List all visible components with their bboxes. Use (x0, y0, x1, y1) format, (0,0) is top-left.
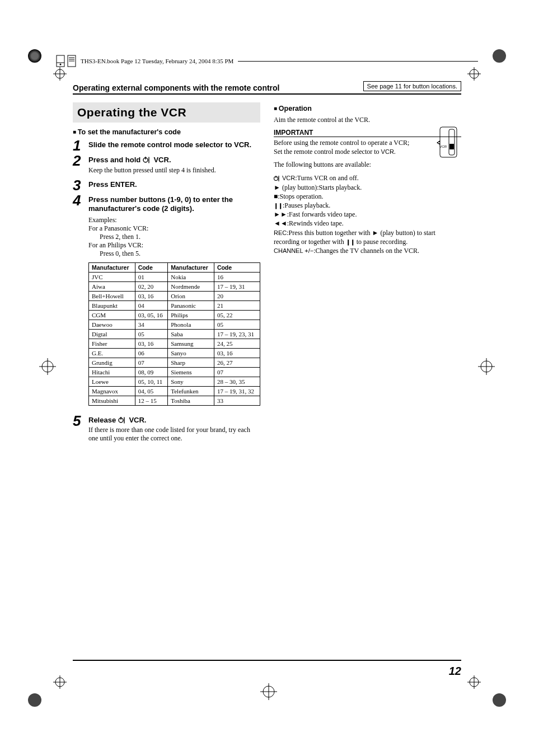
btn-channel: CHANNEL +/−:Changes the TV channels on t… (274, 246, 461, 255)
table-cell: 01 (135, 272, 168, 281)
table-cell: Siemens (168, 367, 214, 377)
registration-mark-tl (53, 67, 67, 81)
step-number: 5 (73, 415, 88, 428)
table-row: Blaupunkt04Panasonic21 (89, 300, 260, 310)
table-cell: 21 (214, 300, 260, 310)
step-2: 2 Press and hold VCR. Keep the button pr… (73, 154, 260, 176)
table-cell: Nokia (168, 272, 214, 281)
table-cell: 07 (214, 367, 260, 377)
table-cell: Grundig (89, 358, 135, 367)
registration-mark-tr (467, 67, 481, 81)
mode-selector-illustration: VCR (435, 126, 461, 158)
btn-ff: ►►:Fast forwards video tape. (274, 210, 461, 219)
table-cell: CGM (89, 310, 135, 320)
table-cell: Daewoo (89, 320, 135, 329)
step-3: 3 Press ENTER. (73, 179, 260, 192)
table-cell: 17 – 19, 31, 32 (214, 386, 260, 396)
table-cell: Bell+Howell (89, 291, 135, 300)
table-cell: 33 (214, 396, 260, 405)
table-cell: Telefunken (168, 386, 214, 396)
table-cell: 17 – 19, 31 (214, 281, 260, 291)
header-note-box: See page 11 for button locations. (363, 81, 461, 91)
svg-rect-43 (449, 129, 455, 155)
table-cell: Aiwa (89, 281, 135, 291)
button-list: VCR:Turns VCR on and off. ► (play button… (274, 173, 461, 255)
framemaker-book-line: THS3-EN.book Page 12 Tuesday, February 2… (56, 55, 478, 67)
col-header: Code (135, 262, 168, 272)
table-cell: Blaupunkt (89, 300, 135, 310)
col-header: Manufac­turer (168, 262, 214, 272)
table-cell: 17 – 19, 23, 31 (214, 329, 260, 339)
table-cell: Samsung (168, 339, 214, 348)
step-5-title: Release VCR. (88, 416, 260, 425)
table-cell: 04, 05 (135, 386, 168, 396)
step-2-title: Press and hold VCR. (88, 156, 260, 165)
table-cell: Philips (168, 310, 214, 320)
following-text: The following buttons are available: (274, 161, 461, 169)
table-cell: 03, 16 (135, 339, 168, 348)
btn-rew: ◄◄:Rewinds video tape. (274, 219, 461, 228)
step-1-title: Slide the remote control mode selector t… (88, 140, 260, 149)
table-row: Digtal05Saba17 – 19, 23, 31 (89, 329, 260, 339)
step-number: 3 (73, 179, 88, 192)
table-cell: 05 (135, 329, 168, 339)
book-line-text: THS3-EN.book Page 12 Tuesday, February 2… (81, 58, 233, 64)
registration-mark-left (39, 358, 56, 375)
svg-text:VCR: VCR (439, 145, 447, 148)
step-3-title: Press ENTER. (88, 180, 260, 189)
table-header-row: Manufac­turer Code Manufac­turer Code (89, 262, 260, 272)
table-cell: Sanyo (168, 348, 214, 358)
examples-heading: Examples: (88, 216, 260, 224)
svg-point-0 (28, 49, 41, 63)
crop-mark-bl (28, 687, 48, 707)
topic-title-box: Operating the VCR (73, 102, 260, 123)
table-cell: 07 (135, 358, 168, 367)
table-cell: 05, 22 (214, 310, 260, 320)
table-cell: 05 (214, 320, 260, 329)
table-cell: Digtal (89, 329, 135, 339)
step-number: 1 (73, 139, 88, 152)
step-number: 4 (73, 194, 88, 207)
col-header: Code (214, 262, 260, 272)
table-cell: Saba (168, 329, 214, 339)
table-row: Loewe05, 10, 11Sony28 – 30, 35 (89, 377, 260, 386)
svg-point-15 (60, 64, 62, 65)
step-5-para: If there is more than one code listed fo… (88, 426, 260, 443)
table-cell: 04 (135, 300, 168, 310)
topic-title: Operating the VCR (77, 106, 256, 119)
table-row: Magnavox04, 05Telefunken17 – 19, 31, 32 (89, 386, 260, 396)
table-cell: Hitachi (89, 367, 135, 377)
table-row: Fisher03, 16Samsung24, 25 (89, 339, 260, 348)
standby-icon (274, 176, 280, 181)
svg-rect-44 (449, 144, 454, 149)
manufacturer-code-table: Manufac­turer Code Manufac­turer Code JV… (88, 262, 260, 406)
example-panasonic-code: Press 2, then 1. (100, 233, 260, 241)
table-cell: 16 (214, 272, 260, 281)
table-cell: Toshiba (168, 396, 214, 405)
table-cell: 34 (135, 320, 168, 329)
section-title: Operating external components with the r… (73, 83, 280, 92)
table-cell: Mitsubishi (89, 396, 135, 405)
book-icon (56, 55, 65, 67)
table-cell: 03, 16 (214, 348, 260, 358)
table-row: Daewoo34Phonola05 (89, 320, 260, 329)
table-cell: 26, 27 (214, 358, 260, 367)
table-cell: Fisher (89, 339, 135, 348)
btn-stop: ■:Stops operation. (274, 192, 461, 201)
table-cell: 03, 16 (135, 291, 168, 300)
registration-mark-br2 (467, 675, 481, 689)
step-5: 5 Release VCR. If there is more than one… (73, 415, 260, 445)
page-number: 12 (449, 665, 461, 678)
examples-block: Examples: For a Panasonic VCR: Press 2, … (88, 216, 260, 258)
table-row: Grundig07Sharp26, 27 (89, 358, 260, 367)
btn-play: ► (play button):Starts playback. (274, 183, 461, 192)
table-cell: Magnavox (89, 386, 135, 396)
table-cell: 24, 25 (214, 339, 260, 348)
aim-text: Aim the remote control at the VCR. (274, 116, 461, 124)
table-cell: 12 – 15 (135, 396, 168, 405)
registration-mark-bottom (260, 683, 277, 700)
btn-pause: ❙❙:Pauses playback. (274, 201, 461, 210)
step-2-para: Keep the button pressed until step 4 is … (88, 166, 260, 175)
table-cell: Nordmende (168, 281, 214, 291)
table-cell: JVC (89, 272, 135, 281)
